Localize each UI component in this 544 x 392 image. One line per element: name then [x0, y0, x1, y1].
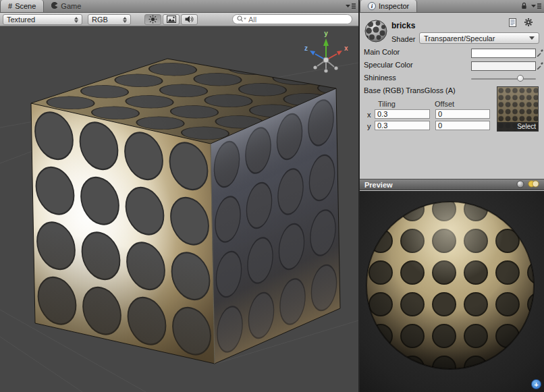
- tab-game-label: Game: [61, 2, 81, 10]
- eyedropper-icon[interactable]: [537, 61, 544, 70]
- info-icon: i: [368, 2, 376, 10]
- scene-pane: # Scene Game Textured RGB: [0, 0, 358, 392]
- preview-header[interactable]: Preview: [360, 179, 544, 190]
- shininess-slider[interactable]: [471, 75, 536, 83]
- tiling-header: Tiling: [378, 100, 396, 108]
- scene-tabbar: # Scene Game: [0, 0, 358, 13]
- specular-color-label: Specular Color: [364, 61, 413, 69]
- color-mode-dropdown[interactable]: RGB: [88, 14, 131, 25]
- gear-icon[interactable]: [524, 18, 533, 28]
- main-color-label: Main Color: [364, 48, 400, 56]
- pane-menu-icon[interactable]: [531, 3, 541, 11]
- material-preview-area[interactable]: +: [360, 191, 544, 392]
- color-mode-value: RGB: [92, 16, 108, 24]
- base-texture-label: Base (RGB) TransGloss (A): [364, 86, 456, 94]
- dropdown-arrows-icon: [70, 17, 78, 23]
- slider-track: [471, 78, 536, 80]
- tiling-y-input[interactable]: [375, 121, 430, 130]
- scene-search-field[interactable]: [232, 14, 352, 24]
- select-texture-button[interactable]: Select: [497, 122, 538, 131]
- eyedropper-icon[interactable]: [537, 48, 544, 57]
- gizmo-x-label[interactable]: x: [344, 45, 348, 52]
- skybox-toggle-button[interactable]: [163, 14, 180, 25]
- shader-label: Shader: [391, 35, 415, 43]
- tiling-row-x-label: x: [367, 111, 371, 119]
- slider-thumb[interactable]: [517, 75, 524, 82]
- texture-thumbnail[interactable]: Select: [497, 86, 539, 132]
- main-color-swatch[interactable]: [471, 49, 536, 58]
- draw-mode-dropdown[interactable]: Textured: [3, 14, 82, 25]
- tiling-x-input[interactable]: [375, 109, 430, 119]
- search-input[interactable]: [248, 16, 348, 24]
- lock-icon[interactable]: [521, 2, 527, 11]
- tab-inspector-label: Inspector: [379, 2, 409, 10]
- material-name: bricks: [391, 21, 415, 30]
- gizmo-z-label[interactable]: z: [304, 45, 308, 52]
- lighting-toggle-button[interactable]: [144, 14, 161, 25]
- tab-scene-label: Scene: [15, 2, 36, 10]
- tiling-row-y-label: y: [367, 122, 371, 130]
- preview-title: Preview: [364, 181, 393, 189]
- search-icon: [237, 16, 246, 24]
- tab-scene[interactable]: # Scene: [0, 0, 44, 12]
- preview-lighting-icon[interactable]: [528, 180, 539, 189]
- dropdown-arrows-icon: [119, 17, 127, 23]
- scene-toolbar: Textured RGB: [0, 13, 358, 26]
- pane-menu-icon[interactable]: [346, 3, 356, 11]
- tab-inspector[interactable]: i Inspector: [360, 0, 417, 12]
- shininess-label: Shininess: [364, 74, 396, 82]
- scene-viewport[interactable]: y x z: [0, 26, 358, 392]
- game-icon: [51, 2, 58, 10]
- offset-y-input[interactable]: [435, 121, 490, 130]
- speaker-icon: [185, 16, 194, 24]
- material-preview-icon: [364, 19, 388, 45]
- scene-grid-icon: #: [8, 2, 12, 10]
- specular-color-swatch[interactable]: [471, 61, 536, 71]
- draw-mode-value: Textured: [7, 16, 35, 24]
- help-icon[interactable]: [509, 18, 516, 28]
- audio-toggle-button[interactable]: [181, 14, 198, 25]
- offset-header: Offset: [435, 100, 454, 108]
- chevron-down-icon: [529, 36, 535, 40]
- offset-x-input[interactable]: [435, 109, 490, 119]
- sun-icon: [148, 15, 157, 25]
- gizmo-y-label[interactable]: y: [324, 30, 328, 37]
- shader-dropdown[interactable]: Transparent/Specular: [419, 32, 539, 44]
- shader-value: Transparent/Specular: [424, 34, 495, 43]
- inspector-pane: i Inspector: [360, 0, 544, 392]
- preview-sphere-icon[interactable]: [516, 180, 524, 190]
- image-icon: [167, 16, 176, 24]
- tab-game[interactable]: Game: [44, 0, 88, 12]
- inspector-tabbar: i Inspector: [360, 0, 544, 13]
- add-preview-button[interactable]: +: [531, 379, 541, 389]
- material-inspector: bricks Shader Transparent/Specular Main …: [360, 13, 544, 179]
